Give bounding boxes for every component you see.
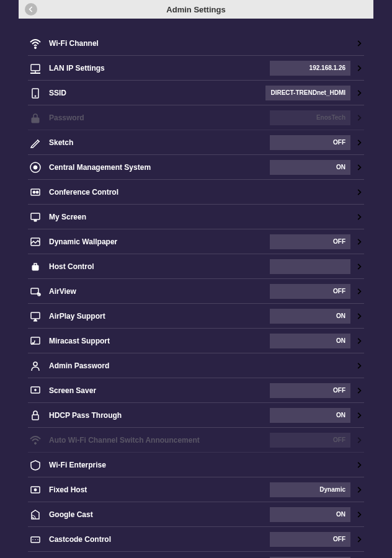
chevron-right-icon	[355, 188, 364, 197]
setting-label: AirView	[49, 287, 270, 296]
setting-row-fixedhost[interactable]: Fixed HostDynamic	[28, 477, 364, 502]
setting-value: 192.168.1.26	[310, 64, 345, 71]
wallpaper-icon	[28, 234, 43, 249]
setting-value-box: ON	[270, 408, 350, 423]
setting-label: Sketch	[49, 138, 270, 147]
chevron-right-icon	[355, 138, 364, 147]
setting-value-box: OFF	[270, 433, 350, 448]
setting-label: Auto Wi-Fi Channel Switch Announcement	[49, 436, 270, 445]
enterprise-icon	[28, 458, 43, 472]
setting-row-wallpaper[interactable]: Dynamic WallpaperOFF	[28, 229, 364, 254]
setting-value: ON	[336, 337, 345, 344]
setting-row-hdcp[interactable]: HDCP Pass ThroughON	[28, 403, 364, 428]
autowifi-icon	[28, 433, 43, 448]
miracast-icon	[28, 334, 43, 348]
hdcp-icon	[28, 408, 43, 423]
setting-value: OFF	[333, 238, 345, 245]
setting-value: OFF	[333, 387, 345, 394]
setting-value-box: ON	[270, 334, 350, 348]
setting-row-admin[interactable]: Admin Password	[28, 353, 364, 378]
airplay-icon	[28, 309, 43, 324]
setting-row-lan[interactable]: LAN IP Settings192.168.1.26	[28, 56, 364, 81]
chevron-right-icon	[355, 113, 364, 122]
setting-row-myscreen[interactable]: My Screen	[28, 205, 364, 229]
setting-row-castcode[interactable]: Castcode ControlOFF	[28, 527, 364, 552]
googlecast-icon	[28, 507, 43, 522]
fixedhost-icon	[28, 482, 43, 497]
ssid-icon	[28, 86, 43, 100]
chevron-right-icon	[355, 262, 364, 271]
setting-row-autowifi: Auto Wi-Fi Channel Switch AnnouncementOF…	[28, 428, 364, 453]
setting-row-airplay[interactable]: AirPlay SupportON	[28, 304, 364, 329]
setting-label: HDCP Pass Through	[49, 411, 270, 420]
setting-value-box: DIRECT-TRENDnet_HDMI	[265, 86, 350, 100]
setting-label: Wi-Fi Channel	[49, 39, 355, 48]
setting-value-box: ON	[270, 309, 350, 324]
setting-value-box	[270, 259, 350, 274]
setting-label: Screen Saver	[49, 386, 270, 395]
chevron-right-icon	[355, 535, 364, 544]
back-button[interactable]	[25, 3, 37, 16]
chevron-right-icon	[355, 461, 364, 469]
setting-row-conference[interactable]: Conference Control	[28, 180, 364, 205]
chevron-right-icon	[355, 436, 364, 445]
setting-value: OFF	[333, 536, 345, 542]
setting-value: DIRECT-TRENDnet_HDMI	[270, 89, 345, 96]
setting-row-googlecast[interactable]: Google CastON	[28, 502, 364, 527]
setting-label: SSID	[49, 89, 265, 97]
setting-value-box: 192.168.1.26	[270, 61, 350, 76]
chevron-right-icon	[355, 510, 364, 519]
setting-row-upgrade[interactable]: UpgradeConnect to Internet!	[28, 552, 364, 558]
setting-label: Wi-Fi Enterprise	[49, 461, 355, 469]
setting-row-enterprise[interactable]: Wi-Fi Enterprise	[28, 453, 364, 477]
setting-value-box: OFF	[270, 234, 350, 249]
setting-value-box: OFF	[270, 383, 350, 398]
screensaver-icon	[28, 383, 43, 398]
setting-value-box: OFF	[270, 135, 350, 150]
conference-icon	[28, 185, 43, 200]
chevron-right-icon	[355, 163, 364, 172]
setting-label: Central Management System	[49, 163, 270, 172]
setting-label: Dynamic Wallpaper	[49, 237, 270, 246]
chevron-right-icon	[355, 213, 364, 221]
setting-row-cms[interactable]: Central Management SystemON	[28, 155, 364, 180]
host-icon	[28, 259, 43, 274]
cms-icon	[28, 160, 43, 175]
airview-icon	[28, 284, 43, 299]
setting-label: Google Cast	[49, 510, 270, 519]
setting-value-box: EnosTech	[270, 110, 350, 125]
lan-icon	[28, 61, 43, 76]
setting-row-screensaver[interactable]: Screen SaverOFF	[28, 378, 364, 403]
setting-row-ssid[interactable]: SSIDDIRECT-TRENDnet_HDMI	[28, 81, 364, 105]
chevron-right-icon	[355, 237, 364, 246]
settings-list: Wi-Fi ChannelLAN IP Settings192.168.1.26…	[28, 31, 364, 558]
setting-value: ON	[336, 312, 345, 319]
myscreen-icon	[28, 210, 43, 224]
setting-value-box: OFF	[270, 284, 350, 299]
setting-row-wifi[interactable]: Wi-Fi Channel	[28, 31, 364, 56]
setting-value-box: OFF	[270, 532, 350, 547]
setting-label: Host Control	[49, 262, 270, 271]
password-icon	[28, 110, 43, 125]
setting-row-airview[interactable]: AirViewOFF	[28, 279, 364, 304]
chevron-right-icon	[355, 89, 364, 97]
chevron-right-icon	[355, 411, 364, 420]
setting-value-box: ON	[270, 507, 350, 522]
setting-row-host[interactable]: Host Control	[28, 254, 364, 279]
setting-label: Miracast Support	[49, 337, 270, 345]
setting-value-box: ON	[270, 160, 350, 175]
setting-label: My Screen	[49, 213, 355, 221]
setting-value: ON	[336, 164, 345, 170]
setting-label: AirPlay Support	[49, 312, 270, 321]
setting-row-sketch[interactable]: SketchOFF	[28, 130, 364, 155]
setting-label: Admin Password	[49, 361, 355, 370]
setting-row-miracast[interactable]: Miracast SupportON	[28, 329, 364, 353]
admin-icon	[28, 358, 43, 373]
chevron-right-icon	[355, 64, 364, 73]
setting-value: OFF	[333, 288, 345, 294]
setting-value: ON	[336, 511, 345, 518]
setting-row-password: PasswordEnosTech	[28, 105, 364, 130]
sketch-icon	[28, 135, 43, 150]
chevron-right-icon	[355, 39, 364, 48]
setting-value: OFF	[333, 139, 345, 146]
